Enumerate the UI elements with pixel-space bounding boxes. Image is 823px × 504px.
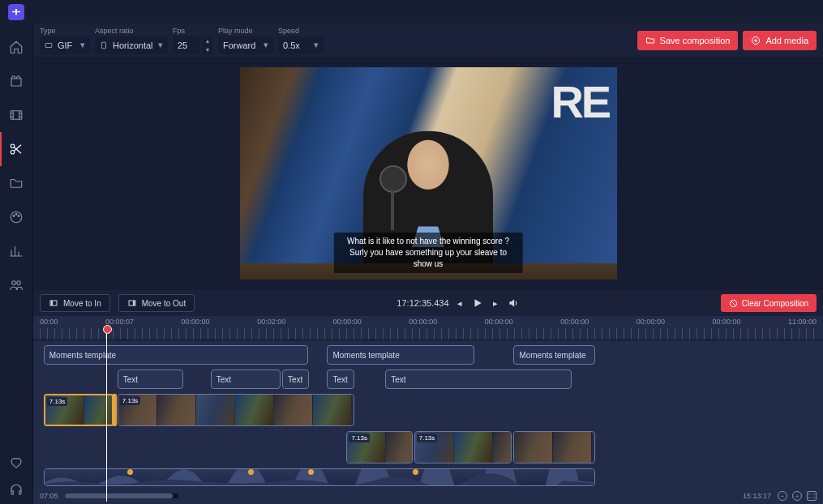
playhead[interactable] (106, 327, 107, 502)
video-clip[interactable]: 7.13s (44, 394, 114, 426)
video-clip[interactable]: 7.13s (414, 431, 512, 463)
clip-thumbnail (514, 432, 553, 463)
moments-clip[interactable]: Moments template (513, 345, 595, 365)
svg-rect-13 (53, 301, 58, 305)
chevron-down-icon: ▾ (80, 40, 85, 50)
ruler-label: 00:00:00 (637, 318, 665, 326)
chart-icon (9, 244, 24, 258)
play-button[interactable] (472, 297, 483, 309)
type-select[interactable]: GIF ▾ (40, 36, 90, 54)
palette-icon (9, 210, 24, 224)
text-clip[interactable]: Text (282, 369, 310, 389)
nav-support[interactable] (0, 483, 33, 498)
add-media-button[interactable]: Add media (743, 31, 817, 50)
text-clip[interactable]: Text (118, 369, 183, 389)
svg-rect-12 (50, 301, 52, 305)
footer-right-time: 15:13:17 (743, 492, 771, 500)
next-frame-button[interactable]: ▸ (493, 298, 498, 309)
fps-up[interactable]: ▲ (202, 36, 213, 45)
ruler-label: 00:00:00 (485, 318, 513, 326)
moments-clip[interactable]: Moments template (44, 345, 308, 365)
audio-track[interactable] (40, 468, 817, 486)
timeline-scrollbar[interactable] (65, 493, 178, 498)
wave-marker[interactable] (127, 469, 133, 475)
clip-thumbnail (196, 395, 235, 425)
nav-film[interactable] (0, 98, 33, 132)
chevron-down-icon: ▾ (158, 40, 163, 50)
speed-label: Speed (278, 27, 324, 35)
move-out-label: Move to Out (142, 299, 186, 308)
prev-frame-button[interactable]: ◂ (457, 298, 462, 309)
fps-field[interactable]: 25 (173, 36, 200, 54)
playmode-value: Forward (223, 41, 255, 50)
playmode-label: Play mode (218, 27, 273, 35)
svg-point-8 (17, 281, 21, 285)
folder-icon (9, 176, 24, 190)
nav-heart[interactable] (0, 455, 33, 470)
ruler-label: 00:02:00 (257, 318, 285, 326)
ruler-label: 00:00:00 (560, 318, 589, 326)
move-to-in-button[interactable]: Move to In (40, 294, 110, 312)
ruler-label: 11:09:00 (788, 318, 817, 326)
volume-icon (508, 297, 519, 309)
aspect-label: Aspect ratio (95, 27, 168, 35)
clip-thumbnail (274, 395, 313, 425)
clip-thumbnail (84, 395, 114, 425)
save-composition-button[interactable]: Save composition (637, 31, 739, 50)
title-bar (33, 0, 823, 23)
playmode-select[interactable]: Forward ▾ (218, 36, 273, 54)
clip-thumbnail (386, 432, 412, 463)
app-logo[interactable] (0, 0, 33, 23)
clip-trim-handle[interactable] (112, 394, 117, 426)
wave-marker[interactable] (248, 469, 254, 475)
scroll-thumb[interactable] (65, 493, 173, 498)
moments-track[interactable]: Moments templateMoments templateMoments … (40, 345, 817, 365)
gif-icon (45, 41, 53, 49)
text-clip[interactable]: Text (211, 369, 281, 389)
clip-thumbnail (553, 432, 592, 463)
nav-tag[interactable] (0, 200, 33, 234)
aspect-select[interactable]: Horizontal ▾ (95, 36, 168, 54)
nav-folder[interactable] (0, 166, 33, 200)
zoom-in-button[interactable]: + (792, 491, 802, 501)
speed-value: 0.5x (283, 41, 300, 50)
scissors-icon (9, 142, 24, 156)
video-clip[interactable]: 7.13s (118, 394, 354, 426)
video-clip[interactable]: 7.13s (346, 431, 412, 463)
nav-people[interactable] (0, 268, 33, 302)
video-preview[interactable]: RE What is it like to not have the winni… (240, 67, 617, 280)
timeline-ruler[interactable]: 00:0000:00:0700:00:0000:02:0000:00:0000:… (33, 316, 823, 340)
type-label: Type (40, 27, 90, 35)
clip-thumbnail (454, 432, 493, 463)
save-label: Save composition (660, 36, 731, 45)
svg-rect-10 (102, 42, 106, 49)
speed-select[interactable]: 0.5x ▾ (278, 36, 324, 54)
move-to-out-button[interactable]: Move to Out (118, 294, 195, 312)
transport-bar: Move to In Move to Out 17:12:35.434 ◂ ▸ … (33, 290, 823, 316)
nav-chart[interactable] (0, 234, 33, 268)
fps-down[interactable]: ▼ (202, 45, 213, 54)
nav-cut[interactable] (0, 132, 33, 166)
text-track[interactable]: TextTextTextTextText (40, 369, 817, 389)
text-clip[interactable]: Text (385, 369, 572, 389)
video-track-1[interactable]: 7.13s7.13s (40, 394, 817, 426)
clip-thumbnail (313, 395, 352, 425)
footer-left-time: 07:05 (40, 492, 58, 500)
zoom-fit-button[interactable]: ⛶ (807, 491, 817, 501)
nav-home[interactable] (0, 30, 33, 64)
home-icon (9, 40, 24, 54)
film-icon (9, 108, 24, 122)
moments-clip[interactable]: Moments template (327, 345, 474, 365)
volume-button[interactable] (508, 297, 519, 309)
video-clip[interactable] (513, 431, 595, 463)
video-track-2[interactable]: 7.13s7.13s (40, 431, 817, 463)
zoom-out-button[interactable]: − (778, 491, 787, 501)
text-clip[interactable]: Text (327, 369, 354, 389)
out-icon (127, 298, 137, 308)
svg-point-6 (18, 216, 19, 217)
background-logo: RE (551, 75, 609, 128)
type-value: GIF (58, 41, 72, 50)
nav-camera[interactable] (0, 64, 33, 98)
clip-duration-badge: 7.13s (349, 434, 370, 442)
clear-composition-button[interactable]: Clear Composition (721, 294, 817, 312)
